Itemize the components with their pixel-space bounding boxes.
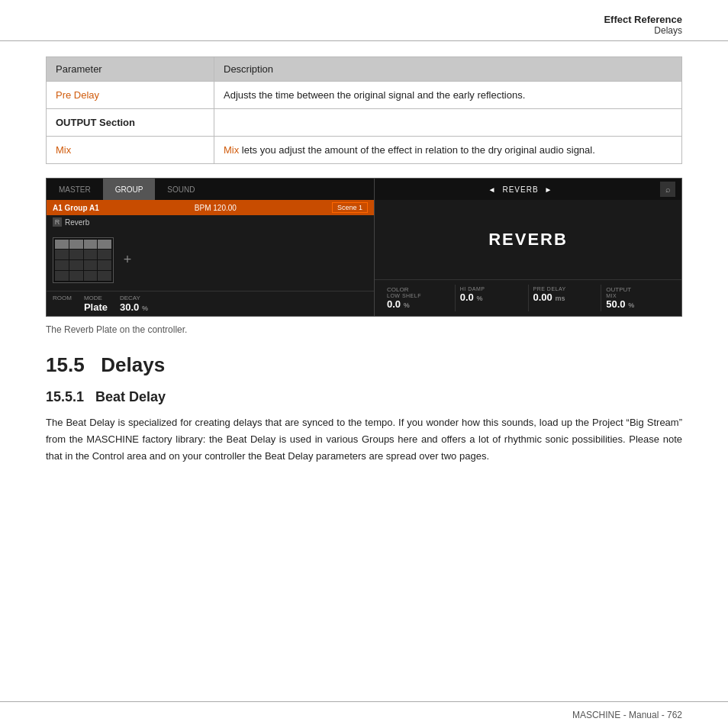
mix-desc-prefix: Mix: [224, 144, 239, 156]
pad-cell[interactable]: [84, 240, 98, 250]
nav-title: REVERB: [502, 185, 538, 194]
group-label: A1 Group A1: [53, 204, 99, 212]
table-row-section: OUTPUT Section: [47, 109, 682, 137]
rev-plugin-bar: R Reverb: [47, 215, 374, 229]
pad-cell[interactable]: [98, 260, 111, 270]
main-content: Parameter Description Pre Delay Adjusts …: [0, 41, 728, 511]
rparam-mix: Output MIX 50.0 %: [601, 285, 674, 311]
mix-value: 50.0 %: [606, 298, 669, 310]
tab-master[interactable]: MASTER: [47, 179, 103, 200]
pad-cell[interactable]: [55, 271, 69, 281]
scene-label: Scene 1: [332, 202, 368, 213]
page-footer: MASCHINE - Manual - 762: [0, 701, 728, 728]
rparam-predelay: PRE DELAY 0.00 ms: [529, 285, 602, 311]
pad-cell[interactable]: [55, 250, 69, 259]
rev-group-bar: A1 Group A1 BPM 120.00 Scene 1: [47, 200, 374, 215]
hidamp-label: HI DAMP: [460, 286, 523, 292]
pre-delay-link[interactable]: Pre Delay: [56, 89, 99, 101]
rev-tabs: MASTER GROUP SOUND: [47, 179, 374, 200]
plugin-icon: R: [53, 217, 62, 227]
rev-left-panel: MASTER GROUP SOUND A1 Group A1 BP: [47, 179, 375, 316]
table-header-desc: Description: [214, 57, 682, 82]
section-15-5-heading: 15.5 Delays: [46, 353, 682, 377]
mode-value: Plate: [84, 301, 108, 313]
rev-pad-area: +: [47, 229, 374, 291]
pad-cell[interactable]: [69, 240, 83, 250]
rev-right-topbar: ◄ REVERB ► ⌕: [375, 179, 681, 200]
pad-grid: [53, 237, 114, 283]
table-cell-desc: Adjusts the time between the original si…: [214, 82, 682, 109]
decay-label: DECAY: [120, 295, 148, 301]
predelay-value: 0.00 ms: [533, 292, 597, 303]
table-cell-param: Pre Delay: [47, 82, 214, 109]
lowshelf-label: LOW SHELF: [387, 293, 450, 298]
hidamp-value: 0.0 %: [460, 292, 523, 303]
mix-link[interactable]: Mix: [56, 144, 71, 156]
mix-label: MIX: [606, 293, 669, 298]
decay-unit: %: [142, 304, 148, 312]
table-cell-section: OUTPUT Section: [47, 109, 214, 137]
output-section-label: OUTPUT Section: [56, 117, 135, 128]
rparam-hidamp: HI DAMP 0.0 %: [456, 285, 529, 311]
search-icon[interactable]: ⌕: [660, 182, 675, 197]
pad-cell[interactable]: [98, 240, 111, 250]
parameter-table: Parameter Description Pre Delay Adjusts …: [46, 56, 682, 164]
lowshelf-value: 0.0 %: [387, 298, 450, 310]
pad-cell[interactable]: [55, 240, 69, 250]
pad-cell[interactable]: [69, 271, 83, 281]
table-cell-section-desc: [214, 109, 682, 137]
mode-label: MODE: [84, 295, 108, 301]
mix-desc-text: lets you adjust the amount of the effect…: [239, 144, 595, 156]
room-label: Room: [53, 295, 72, 301]
pad-cell[interactable]: [84, 271, 98, 281]
reverb-title: REVERB: [375, 200, 681, 279]
predelay-label: PRE DELAY: [533, 286, 597, 292]
rev-right-panel: ◄ REVERB ► ⌕ REVERB Color LOW SHELF: [375, 179, 681, 316]
rparam-lowshelf: Color LOW SHELF 0.0 %: [382, 285, 456, 311]
output-section-label: Output: [606, 286, 669, 293]
rev-right-params: Color LOW SHELF 0.0 % HI DAMP 0.0: [375, 279, 681, 316]
body-paragraph: The Beat Delay is specialized for creati…: [46, 414, 682, 465]
header-effect-reference: Effect Reference: [46, 14, 682, 25]
pad-cell[interactable]: [69, 250, 83, 259]
table-header-param: Parameter: [47, 57, 214, 82]
pad-cell[interactable]: [98, 271, 111, 281]
reverb-caption: The Reverb Plate on the controller.: [46, 324, 682, 335]
reverb-nav: ◄ REVERB ►: [381, 185, 660, 194]
nav-right-arrow[interactable]: ►: [545, 185, 553, 194]
table-cell-mix-param: Mix: [47, 137, 214, 164]
rev-bottom-params: Room MODE Plate DECAY 30.0 %: [47, 291, 374, 316]
table-row-mix: Mix Mix lets you adjust the amount of th…: [47, 137, 682, 164]
tab-group[interactable]: GROUP: [103, 179, 156, 200]
table-row: Pre Delay Adjusts the time between the o…: [47, 82, 682, 109]
tab-sound[interactable]: SOUND: [155, 179, 207, 200]
nav-left-arrow[interactable]: ◄: [488, 185, 497, 194]
decay-value: 30.0 %: [120, 301, 148, 313]
pad-cell[interactable]: [84, 260, 98, 270]
pad-cell[interactable]: [55, 260, 69, 270]
section-15-5-1-heading: 15.5.1 Beat Delay: [46, 389, 682, 405]
reverb-controller-box: MASTER GROUP SOUND A1 Group A1 BP: [46, 178, 682, 317]
add-plugin-button[interactable]: +: [120, 253, 135, 268]
color-section-label: Color: [387, 286, 450, 293]
plugin-name: Reverb: [65, 218, 89, 227]
header-delays: Delays: [46, 25, 682, 36]
page-header: Effect Reference Delays: [0, 0, 728, 41]
table-cell-mix-desc: Mix lets you adjust the amount of the ef…: [214, 137, 682, 164]
reverb-controller: MASTER GROUP SOUND A1 Group A1 BP: [47, 179, 681, 316]
pad-cell[interactable]: [98, 250, 111, 259]
page-container: Effect Reference Delays Parameter Descri…: [0, 0, 728, 728]
room-param-group: Room: [53, 295, 72, 313]
bpm-display: BPM 120.00: [195, 204, 237, 212]
pad-cell[interactable]: [69, 260, 83, 270]
footer-label: MASCHINE - Manual - 762: [572, 710, 682, 720]
pad-cell[interactable]: [84, 250, 98, 259]
